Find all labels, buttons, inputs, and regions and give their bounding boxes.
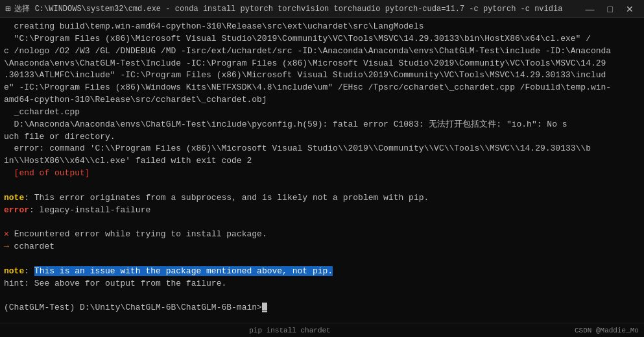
terminal-line: error: legacy-install-failure <box>4 205 640 217</box>
bottom-bar: pip install chardet CSDN @Maddie_Mo <box>0 323 644 337</box>
terminal-line: D:\Anaconda\Anaconda\envs\ChatGLM-Test\i… <box>4 119 640 131</box>
title-bar-title: 选择 C:\WINDOWS\system32\cmd.exe - conda i… <box>14 3 562 14</box>
taskbar-text: CSDN @Maddie_Mo <box>575 327 639 334</box>
bottom-bar-center: pip install chardet <box>249 327 330 334</box>
terminal-line: note: This error originates from a subpr… <box>4 192 640 205</box>
terminal-line <box>4 290 640 303</box>
terminal-line: hint: See above for output from the fail… <box>4 278 640 290</box>
terminal-line: "C:\Program Files (x86)\Microsoft Visual… <box>4 33 640 45</box>
terminal-line: → cchardet <box>4 241 640 253</box>
terminal-line: note: This is an issue with the package … <box>4 266 640 278</box>
cmd-icon: ⊞ <box>5 3 10 14</box>
terminal-line: error: command 'C:\\Program Files (x86)\… <box>4 143 640 155</box>
minimize-button[interactable]: — <box>580 3 600 16</box>
terminal-body: creating build\temp.win-amd64-cpython-31… <box>0 18 644 323</box>
terminal-line: in\\HostX86\\x64\\cl.exe' failed with ex… <box>4 155 640 168</box>
terminal-line <box>4 180 640 192</box>
title-bar: ⊞ 选择 C:\WINDOWS\system32\cmd.exe - conda… <box>0 0 644 18</box>
terminal-line: amd64-cpython-310\Release\src/cchardet\_… <box>4 94 640 106</box>
terminal-line: (ChatGLM-Test) D:\Unity\ChatGLM-6B\ChatG… <box>4 302 640 314</box>
terminal-line: _cchardet.cpp <box>4 106 640 119</box>
terminal-line: ✕ Encountered error while trying to inst… <box>4 229 640 241</box>
close-button[interactable]: ✕ <box>621 3 639 16</box>
terminal-line <box>4 253 640 266</box>
maximize-button[interactable]: □ <box>602 3 618 16</box>
terminal-line: creating build\temp.win-amd64-cpython-31… <box>4 21 640 33</box>
terminal-line: uch file or directory. <box>4 131 640 144</box>
terminal-line: \Anaconda\envs\ChatGLM-Test\Include -IC:… <box>4 58 640 70</box>
terminal-line <box>4 217 640 229</box>
terminal-line: c /nologo /O2 /W3 /GL /DNDEBUG /MD -Isrc… <box>4 45 640 58</box>
terminal-line: e" -IC:\Program Files (x86)\Windows Kits… <box>4 82 640 94</box>
terminal-line: [end of output] <box>4 168 640 180</box>
terminal-line: .30133\ATLMFC\include" -IC:\Program File… <box>4 69 640 82</box>
